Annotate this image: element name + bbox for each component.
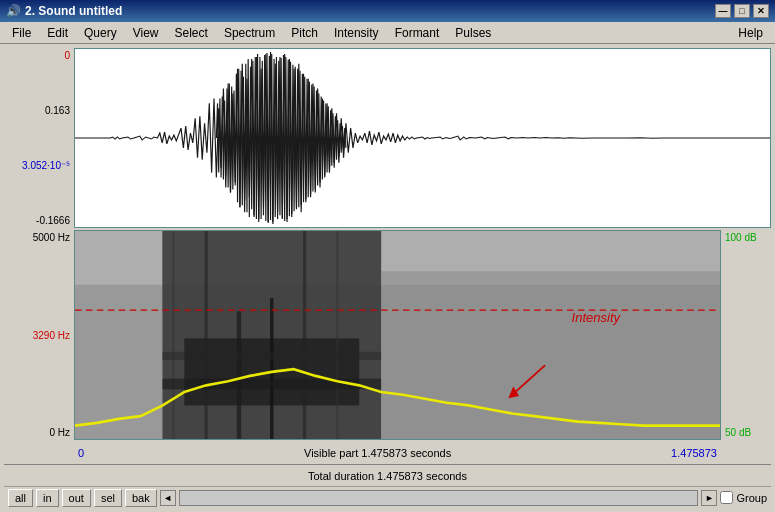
waveform-svg (75, 49, 770, 227)
spectrogram-right-axis: 100 dB 50 dB (721, 230, 771, 440)
intensity-label: Intensity (572, 310, 620, 325)
db-bottom: 50 dB (725, 427, 751, 438)
spectrogram-y-middle: 3290 Hz (33, 330, 70, 341)
time-axis: 0 Visible part 1.475873 seconds 1.475873 (4, 442, 771, 464)
waveform-y-middle: 3.052·10⁻⁵ (22, 160, 70, 171)
scrollbar-track[interactable] (179, 490, 699, 506)
waveform-y-upper: 0.163 (45, 105, 70, 116)
waveform-panel: 0 0.163 3.052·10⁻⁵ -0.1666 (4, 48, 771, 228)
time-center: Visible part 1.475873 seconds (304, 447, 451, 459)
menu-bar: File Edit Query View Select Spectrum Pit… (0, 22, 775, 44)
total-duration-bar: Total duration 1.475873 seconds (4, 464, 771, 486)
group-checkbox[interactable] (720, 491, 733, 504)
spectrogram-y-axis: 5000 Hz 3290 Hz 0 Hz (4, 230, 74, 440)
total-duration-text: Total duration 1.475873 seconds (308, 470, 467, 482)
db-top: 100 dB (725, 232, 757, 243)
waveform-y-axis: 0 0.163 3.052·10⁻⁵ -0.1666 (4, 48, 74, 228)
minimize-button[interactable]: — (715, 4, 731, 18)
waveform-y-lower: -0.1666 (36, 215, 70, 226)
menu-intensity[interactable]: Intensity (326, 24, 387, 42)
scroll-left-arrow[interactable]: ◄ (160, 490, 176, 506)
spectrogram-panel: 5000 Hz 3290 Hz 0 Hz (4, 230, 771, 440)
title-bar: 🔊 2. Sound untitled — □ ✕ (0, 0, 775, 22)
time-axis-content: 0 Visible part 1.475873 seconds 1.475873 (74, 447, 721, 459)
group-checkbox-area: Group (720, 491, 767, 504)
menu-query[interactable]: Query (76, 24, 125, 42)
window-icon: 🔊 (6, 4, 21, 18)
nav-all-button[interactable]: all (8, 489, 33, 507)
menu-pitch[interactable]: Pitch (283, 24, 326, 42)
scroll-right-arrow[interactable]: ► (701, 490, 717, 506)
close-button[interactable]: ✕ (753, 4, 769, 18)
nav-bak-button[interactable]: bak (125, 489, 157, 507)
menu-select[interactable]: Select (167, 24, 216, 42)
waveform-y-top: 0 (64, 50, 70, 61)
time-left: 0 (78, 447, 84, 459)
menu-spectrum[interactable]: Spectrum (216, 24, 283, 42)
menu-view[interactable]: View (125, 24, 167, 42)
nav-out-button[interactable]: out (62, 489, 91, 507)
time-right: 1.475873 (671, 447, 717, 459)
menu-formant[interactable]: Formant (387, 24, 448, 42)
menu-help[interactable]: Help (730, 24, 771, 42)
svg-rect-15 (162, 352, 381, 360)
menu-pulses[interactable]: Pulses (447, 24, 499, 42)
nav-sel-button[interactable]: sel (94, 489, 122, 507)
spectrogram-y-bottom: 0 Hz (49, 427, 70, 438)
nav-in-button[interactable]: in (36, 489, 59, 507)
scroll-area: all in out sel bak ◄ ► Group (4, 486, 771, 508)
title-bar-controls: — □ ✕ (715, 4, 769, 18)
menu-file[interactable]: File (4, 24, 39, 42)
spectrogram-svg (75, 231, 720, 439)
maximize-button[interactable]: □ (734, 4, 750, 18)
group-label: Group (736, 492, 767, 504)
spectrogram-y-top: 5000 Hz (33, 232, 70, 243)
menu-edit[interactable]: Edit (39, 24, 76, 42)
main-content: 0 0.163 3.052·10⁻⁵ -0.1666 5000 Hz 3290 … (0, 44, 775, 512)
svg-rect-7 (381, 271, 720, 439)
window-title: 2. Sound untitled (25, 4, 122, 18)
waveform-canvas[interactable] (74, 48, 771, 228)
spectrogram-canvas[interactable]: Intensity (74, 230, 721, 440)
